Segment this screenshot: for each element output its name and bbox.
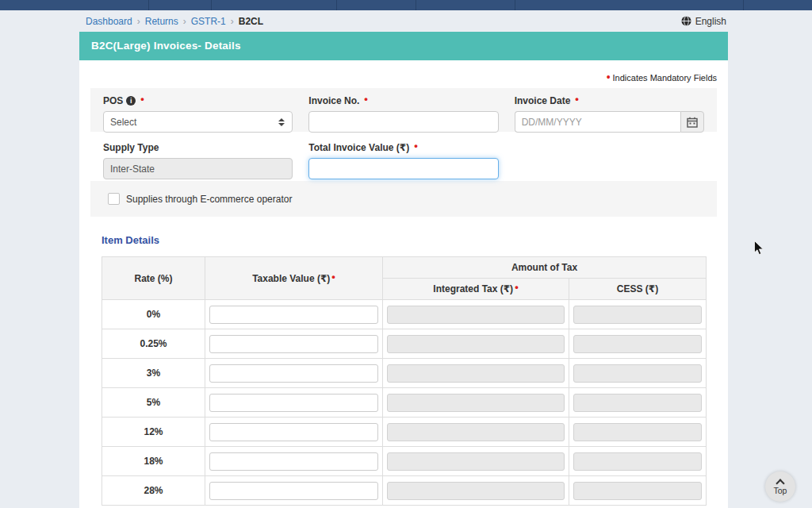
language-selector[interactable]: English [681,16,726,27]
integrated-tax-input-2 [387,364,565,383]
breadcrumb-separator: › [137,16,140,27]
page-title: B2C(Large) Invoices- Details [79,32,728,60]
total-invoice-value-input[interactable] [308,158,498,179]
language-label: English [695,16,726,27]
breadcrumb-current-b2cl: B2CL [239,16,263,27]
rate-label: 0.25% [102,329,205,359]
breadcrumb-separator: › [183,16,186,27]
select-arrows-icon [278,118,285,126]
ecommerce-checkbox-label: Supplies through E-commerce operator [126,194,292,205]
col-header-taxable-value: Taxable Value (₹)• [205,257,383,300]
rate-label: 5% [102,388,205,418]
rate-label: 12% [102,418,205,447]
cess-input-4 [573,423,702,441]
table-row-rate-6: 28% [102,476,707,506]
pos-field: POS i • Select [103,95,293,133]
mouse-cursor [753,241,764,256]
breadcrumb-separator: › [231,16,234,27]
pos-label: POS i • [103,95,293,106]
nav-menu-item[interactable] [337,0,416,10]
cess-input-2 [573,364,702,383]
integrated-tax-input-5 [387,452,565,471]
nav-menu-item[interactable] [744,0,812,10]
table-row-rate-0: 0% [102,300,707,329]
calendar-button[interactable] [680,111,704,133]
mandatory-dot-icon: • [140,95,144,103]
col-header-amount-of-tax: Amount of Tax [383,257,707,279]
back-to-top-button[interactable]: Top [765,471,795,502]
taxable-value-input-4[interactable] [209,423,378,441]
col-header-cess: CESS (₹) [569,279,707,300]
nav-menu-item[interactable] [0,0,149,10]
table-row-rate-5: 18% [102,447,707,476]
supply-type-field: Supply Type [103,142,293,179]
invoice-no-field: Invoice No. • [308,95,498,133]
integrated-tax-input-1 [387,335,565,353]
supply-type-input [103,158,293,179]
invoice-date-input[interactable] [515,111,680,133]
pos-select[interactable]: Select [103,111,293,133]
col-header-integrated-tax: Integrated Tax (₹)• [383,279,569,300]
taxable-value-input-2[interactable] [209,364,378,383]
cess-input-3 [573,394,702,412]
integrated-tax-input-6 [387,482,565,500]
taxable-value-input-3[interactable] [209,394,378,412]
info-icon[interactable]: i [126,96,136,106]
mandatory-dot-icon: • [414,142,418,150]
item-details-table: Rate (%) Taxable Value (₹)• Amount of Ta… [102,256,707,506]
taxable-value-input-6[interactable] [209,482,378,500]
nav-menu-item[interactable] [416,0,515,10]
ecommerce-checkbox-row: Supplies through E-commerce operator [90,181,717,217]
invoice-date-label: Invoice Date • [515,95,704,106]
breadcrumb-link-returns[interactable]: Returns [145,16,178,27]
invoice-no-input[interactable] [308,111,498,133]
form-row-2: Supply Type Total Invoice Value (₹) • [90,135,717,179]
cess-input-0 [573,306,702,324]
mandatory-dot-icon: • [575,95,579,103]
taxable-value-input-1[interactable] [209,335,378,353]
invoice-no-label: Invoice No. • [308,95,498,106]
cess-input-6 [573,482,702,500]
content-card: B2C(Large) Invoices- Details • Indicates… [79,32,728,508]
total-invoice-value-label: Total Invoice Value (₹) • [308,142,498,153]
calendar-icon [687,117,698,128]
breadcrumb: Dashboard › Returns › GSTR-1 › B2CL [86,16,263,27]
globe-icon [681,16,691,26]
breadcrumb-link-dashboard[interactable]: Dashboard [86,16,132,27]
breadcrumb-bar: Dashboard › Returns › GSTR-1 › B2CL Engl… [0,10,812,32]
ecommerce-checkbox[interactable] [108,193,120,205]
mandatory-dot-icon: • [331,271,335,283]
mandatory-dot-icon: • [607,73,611,81]
taxable-value-input-5[interactable] [209,452,378,471]
rate-label: 0% [102,300,205,329]
top-navigation-bar [0,0,812,10]
mandatory-fields-note: • Indicates Mandatory Fields [90,73,717,83]
rate-label: 18% [102,447,205,476]
rate-label: 3% [102,359,205,388]
table-row-rate-4: 12% [102,418,707,447]
integrated-tax-input-4 [387,423,565,441]
integrated-tax-input-0 [387,306,565,324]
invoice-date-field: Invoice Date • [515,95,704,133]
nav-menu-item[interactable] [149,0,212,10]
col-header-rate: Rate (%) [102,257,205,300]
cess-input-1 [573,335,702,353]
total-invoice-value-field: Total Invoice Value (₹) • [308,142,498,179]
mandatory-dot-icon: • [515,281,519,293]
nav-menu-item[interactable] [515,0,744,10]
cess-input-5 [573,452,702,471]
form-row-1: POS i • Select Invoice No. • Invoice D [90,88,717,132]
taxable-value-input-0[interactable] [209,306,378,324]
rate-label: 28% [102,476,205,506]
breadcrumb-link-gstr1[interactable]: GSTR-1 [191,16,226,27]
supply-type-label: Supply Type [103,142,293,153]
item-details-heading: Item Details [102,234,706,246]
table-row-rate-3: 5% [102,388,707,418]
mandatory-dot-icon: • [364,95,368,103]
nav-menu-item[interactable] [212,0,337,10]
pos-selected-value: Select [110,117,136,128]
table-row-rate-2: 3% [102,359,707,388]
table-row-rate-1: 0.25% [102,329,707,359]
integrated-tax-input-3 [387,394,565,412]
